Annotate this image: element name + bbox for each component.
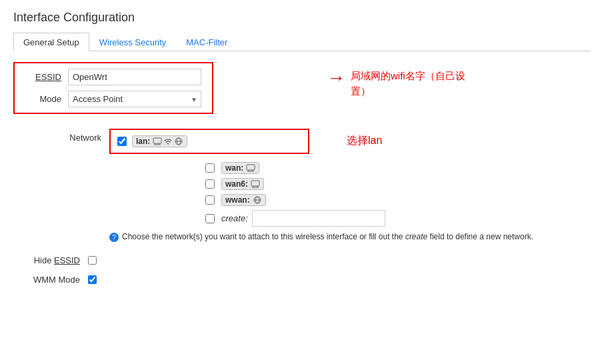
- tab-mac-filter[interactable]: MAC-Filter: [176, 33, 237, 51]
- essid-annotation-text: 局域网的wifi名字（自己设置）: [351, 69, 484, 99]
- create-row: create:: [205, 210, 533, 227]
- lan-checkbox[interactable]: [117, 137, 127, 146]
- tab-wireless-security[interactable]: Wireless Security: [89, 33, 176, 51]
- wwan-row: wwan:: [205, 194, 533, 206]
- hide-essid-row: Hide ESSID: [13, 255, 591, 265]
- wmm-mode-row: WMM Mode: [13, 275, 591, 285]
- extra-networks: wan: wan6:: [205, 162, 533, 227]
- create-checkbox[interactable]: [205, 214, 215, 223]
- hide-essid-checkbox[interactable]: [88, 256, 97, 265]
- wan-network-icon: [246, 164, 255, 172]
- wmm-mode-label: WMM Mode: [13, 275, 80, 285]
- hide-essid-label: Hide ESSID: [13, 255, 80, 265]
- wan6-name: wan6:: [225, 179, 248, 189]
- essid-label: ESSID: [21, 72, 61, 82]
- wan-name: wan:: [225, 163, 243, 173]
- lan-wifi-icon: [163, 137, 173, 145]
- help-text: Choose the network(s) you want to attach…: [122, 232, 533, 241]
- red-arrow-icon: →: [327, 69, 345, 87]
- essid-mode-section: ESSID Mode Access Point Client Ad-Hoc Mo…: [13, 62, 213, 114]
- lan-name: lan:: [136, 137, 150, 146]
- help-row: ? Choose the network(s) you want to atta…: [109, 232, 533, 242]
- svg-rect-8: [247, 165, 255, 170]
- wwan-badge: wwan:: [221, 194, 266, 206]
- wwan-name: wwan:: [225, 195, 250, 205]
- create-label: create:: [221, 213, 248, 223]
- wan-checkbox[interactable]: [205, 163, 215, 173]
- page-title: Interface Configuration: [13, 11, 591, 25]
- svg-rect-12: [251, 181, 259, 186]
- wan6-row: wan6:: [205, 178, 533, 190]
- network-section: lan:: [109, 129, 309, 154]
- wan6-network-icon: [251, 180, 260, 188]
- mode-label: Mode: [21, 94, 61, 104]
- essid-row: ESSID: [21, 69, 205, 85]
- essid-annotation: → 局域网的wifi名字（自己设置）: [327, 69, 484, 99]
- wwan-checkbox[interactable]: [205, 195, 215, 205]
- svg-point-4: [167, 143, 169, 145]
- mode-select-wrapper: Access Point Client Ad-Hoc Monitor ▼: [68, 91, 201, 107]
- wan6-checkbox[interactable]: [205, 179, 215, 189]
- mode-row: Mode Access Point Client Ad-Hoc Monitor …: [21, 91, 205, 107]
- tab-general-setup[interactable]: General Setup: [13, 33, 89, 51]
- network-label: Network: [69, 133, 101, 143]
- wan-badge: wan:: [221, 162, 259, 174]
- network-annotation: 选择lan: [347, 134, 382, 148]
- wmm-mode-checkbox[interactable]: [88, 275, 97, 284]
- tabs-bar: General Setup Wireless Security MAC-Filt…: [13, 33, 591, 51]
- svg-rect-0: [153, 138, 161, 143]
- wan-row: wan:: [205, 162, 533, 174]
- lan-badge: lan:: [132, 135, 187, 147]
- mode-select[interactable]: Access Point Client Ad-Hoc Monitor: [68, 91, 201, 107]
- create-input[interactable]: [252, 210, 385, 227]
- bottom-section: Hide ESSID WMM Mode: [13, 255, 591, 285]
- wan6-badge: wan6:: [221, 178, 264, 190]
- content-area: ESSID Mode Access Point Client Ad-Hoc Mo…: [13, 62, 591, 285]
- help-icon: ?: [109, 233, 119, 242]
- wwan-globe-icon: [253, 196, 262, 204]
- lan-row: lan:: [117, 135, 301, 147]
- lan-network-icon: [153, 137, 162, 145]
- essid-input[interactable]: [68, 69, 201, 85]
- lan-globe-icon: [174, 137, 183, 145]
